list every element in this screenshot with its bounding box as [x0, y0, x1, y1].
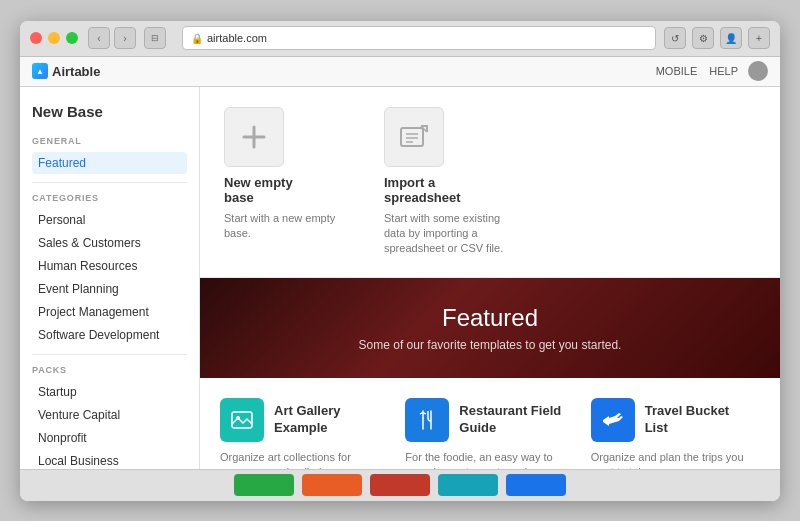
sidebar-item-software[interactable]: Software Development: [32, 324, 187, 346]
sidebar-divider-1: [32, 182, 187, 183]
sidebar-item-project[interactable]: Project Management: [32, 301, 187, 323]
template-card-travel[interactable]: Travel BucketList Organize and plan the …: [591, 398, 760, 469]
sidebar: New Base GENERAL Featured CATEGORIES Per…: [20, 87, 200, 469]
content-area: New Base GENERAL Featured CATEGORIES Per…: [20, 87, 780, 469]
nav-buttons: ‹ ›: [88, 27, 136, 49]
template-card-header-travel: Travel BucketList: [591, 398, 760, 442]
sidebar-item-venture[interactable]: Venture Capital: [32, 404, 187, 426]
user-avatar[interactable]: [748, 61, 768, 81]
art-gallery-icon: [220, 398, 264, 442]
add-tab-button[interactable]: +: [748, 27, 770, 49]
template-card-header-art: Art GalleryExample: [220, 398, 389, 442]
help-link[interactable]: HELP: [709, 65, 738, 77]
nav-links: MOBILE HELP: [656, 65, 738, 77]
sidebar-item-local[interactable]: Local Business: [32, 450, 187, 469]
sidebar-item-startup[interactable]: Startup: [32, 381, 187, 403]
template-card-header-restaurant: Restaurant FieldGuide: [405, 398, 574, 442]
tab-icon: ⊟: [144, 27, 166, 49]
art-gallery-desc: Organize art collections for museums and…: [220, 450, 389, 469]
art-gallery-title: Art GalleryExample: [274, 403, 340, 437]
forward-button[interactable]: ›: [114, 27, 136, 49]
new-empty-base-desc: Start with a new empty base.: [224, 211, 364, 242]
template-card-art[interactable]: Art GalleryExample Organize art collecti…: [220, 398, 389, 469]
browser-window: ‹ › ⊟ 🔒 airtable.com ↺ ⚙ 👤 + ▲ Airtable …: [20, 21, 780, 501]
logo-text: Airtable: [52, 64, 100, 79]
bottom-btn-3[interactable]: [370, 474, 430, 496]
address-bar[interactable]: 🔒 airtable.com: [182, 26, 656, 50]
airtable-logo: ▲ Airtable: [32, 63, 100, 79]
bottom-btn-5[interactable]: [506, 474, 566, 496]
new-empty-base-card[interactable]: New emptybase Start with a new empty bas…: [224, 107, 364, 257]
close-button[interactable]: [30, 32, 42, 44]
restaurant-icon: [405, 398, 449, 442]
extensions-button[interactable]: ⚙: [692, 27, 714, 49]
maximize-button[interactable]: [66, 32, 78, 44]
featured-banner-title: Featured: [442, 304, 538, 332]
featured-banner: Featured Some of our favorite templates …: [200, 278, 780, 378]
travel-icon: [591, 398, 635, 442]
import-spreadsheet-title: Import aspreadsheet: [384, 175, 461, 205]
sidebar-item-events[interactable]: Event Planning: [32, 278, 187, 300]
svg-rect-2: [401, 128, 423, 146]
import-spreadsheet-card[interactable]: Import aspreadsheet Start with some exis…: [384, 107, 524, 257]
restaurant-title: Restaurant FieldGuide: [459, 403, 561, 437]
bottom-btn-2[interactable]: [302, 474, 362, 496]
sidebar-divider-2: [32, 354, 187, 355]
back-button[interactable]: ‹: [88, 27, 110, 49]
mobile-link[interactable]: MOBILE: [656, 65, 698, 77]
sidebar-title: New Base: [32, 103, 187, 120]
packs-label: PACKS: [32, 365, 187, 375]
sidebar-item-hr[interactable]: Human Resources: [32, 255, 187, 277]
general-label: GENERAL: [32, 136, 187, 146]
lock-icon: 🔒: [191, 33, 203, 44]
new-empty-base-title: New emptybase: [224, 175, 293, 205]
travel-title: Travel BucketList: [645, 403, 730, 437]
travel-desc: Organize and plan the trips you want to …: [591, 450, 760, 469]
template-cards: Art GalleryExample Organize art collecti…: [200, 378, 780, 469]
minimize-button[interactable]: [48, 32, 60, 44]
url-text: airtable.com: [207, 32, 267, 44]
sidebar-item-featured[interactable]: Featured: [32, 152, 187, 174]
refresh-button[interactable]: ↺: [664, 27, 686, 49]
template-card-restaurant[interactable]: Restaurant FieldGuide For the foodie, an…: [405, 398, 574, 469]
logo-icon: ▲: [32, 63, 48, 79]
app-nav-bar: ▲ Airtable MOBILE HELP: [20, 57, 780, 87]
sidebar-item-sales[interactable]: Sales & Customers: [32, 232, 187, 254]
new-base-section: New emptybase Start with a new empty bas…: [200, 87, 780, 278]
main-panel: New emptybase Start with a new empty bas…: [200, 87, 780, 469]
toolbar-right: ↺ ⚙ 👤 +: [664, 27, 770, 49]
bottom-btn-1[interactable]: [234, 474, 294, 496]
traffic-lights: [30, 32, 78, 44]
new-base-icon: [224, 107, 284, 167]
featured-banner-subtitle: Some of our favorite templates to get yo…: [359, 338, 622, 352]
user-button[interactable]: 👤: [720, 27, 742, 49]
sidebar-item-personal[interactable]: Personal: [32, 209, 187, 231]
sidebar-item-nonprofit[interactable]: Nonprofit: [32, 427, 187, 449]
bottom-btn-4[interactable]: [438, 474, 498, 496]
import-spreadsheet-desc: Start with some existing data by importi…: [384, 211, 524, 257]
bottom-nav: [20, 469, 780, 501]
restaurant-desc: For the foodie, an easy way to organize …: [405, 450, 574, 469]
title-bar: ‹ › ⊟ 🔒 airtable.com ↺ ⚙ 👤 +: [20, 21, 780, 57]
categories-label: CATEGORIES: [32, 193, 187, 203]
import-icon: [384, 107, 444, 167]
